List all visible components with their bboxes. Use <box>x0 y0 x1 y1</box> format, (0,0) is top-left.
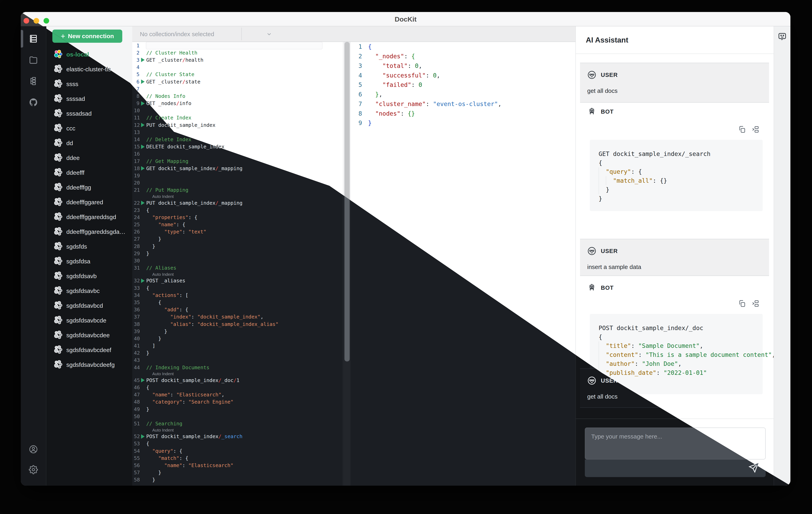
line-code: "total": 0, <box>368 62 422 69</box>
run-query-icon[interactable] <box>141 434 145 439</box>
connection-item[interactable]: sssadsad <box>46 106 132 121</box>
code-token: : [ <box>179 292 188 298</box>
assistant-chat-icon[interactable] <box>777 32 788 42</box>
editor-line: 53{ <box>132 440 343 447</box>
connection-item[interactable]: ssss <box>46 77 132 91</box>
line-number: 2 <box>354 53 362 60</box>
copy-icon[interactable] <box>738 125 746 134</box>
code-token: "index" <box>170 314 191 320</box>
code-token: : <box>182 229 188 235</box>
line-number: 25 <box>134 222 140 228</box>
connection-item[interactable]: sgdsfdsavbcdee <box>46 328 132 343</box>
run-query-icon[interactable] <box>141 58 145 62</box>
connection-item[interactable]: dd <box>46 136 132 151</box>
code-token: 1 <box>237 377 239 383</box>
auto-indent-hint[interactable]: Auto Indent <box>132 371 343 376</box>
line-number: 36 <box>134 307 140 312</box>
github-icon[interactable] <box>28 97 38 108</box>
code-token: : <box>631 342 638 349</box>
run-query-icon[interactable] <box>141 101 145 105</box>
line-number: 38 <box>134 321 140 327</box>
auto-indent-hint[interactable]: Auto Indent <box>132 427 343 433</box>
run-query-icon[interactable] <box>141 123 145 127</box>
new-connection-button[interactable]: + New connection <box>52 30 122 43</box>
code-token: : <box>404 53 411 60</box>
elastic-cluster-grey-icon <box>54 124 62 133</box>
connection-item[interactable]: ddeefffggared <box>46 195 132 210</box>
run-query-icon[interactable] <box>141 80 145 84</box>
connection-item[interactable]: sgdsfdsavbcdeef <box>46 343 132 358</box>
connection-item[interactable]: sgdsfdsavb <box>46 269 132 283</box>
insert-to-editor-icon[interactable] <box>751 125 759 134</box>
send-icon[interactable] <box>748 462 760 474</box>
code-token: // Get Mapping <box>146 158 188 164</box>
editor-line: 6GET _cluster/state <box>132 78 343 85</box>
line-code: GET _cluster/health <box>146 57 203 63</box>
copy-icon[interactable] <box>738 300 746 308</box>
line-number: 15 <box>134 144 140 150</box>
settings-icon[interactable] <box>28 464 38 475</box>
auto-indent-hint[interactable]: Auto Indent <box>132 194 343 199</box>
scrollbar-thumb[interactable] <box>345 42 350 361</box>
connection-name: sgdsfdsavbcdeef <box>66 347 111 354</box>
run-query-icon[interactable] <box>141 201 145 205</box>
structure-icon[interactable] <box>28 76 38 86</box>
code-token: : { <box>173 448 182 454</box>
connection-item[interactable]: ddee <box>46 151 132 165</box>
line-code: // Cluster State <box>146 71 195 77</box>
connection-item[interactable]: sgdsfdsavbcd <box>46 298 132 313</box>
connection-name: sgdsfdsavbcdeefg <box>66 361 115 368</box>
connection-item[interactable]: elastic-cluster-tls <box>46 62 132 77</box>
folder-icon[interactable] <box>28 55 38 65</box>
connection-name: os-local <box>66 51 89 58</box>
run-query-icon[interactable] <box>141 145 145 149</box>
run-query-icon[interactable] <box>141 278 145 283</box>
line-number: 54 <box>134 448 140 454</box>
editor-scrollbar[interactable] <box>344 42 350 486</box>
connection-item[interactable]: ddeefffggareddsgda… <box>46 224 132 239</box>
editor-group: No collection/index selected 12// Cluste… <box>132 26 575 486</box>
code-token: "query" <box>606 168 631 175</box>
chat-input[interactable] <box>585 427 766 459</box>
account-icon[interactable] <box>28 444 38 454</box>
code-token: : { <box>176 222 185 228</box>
auto-indent-hint[interactable]: Auto Indent <box>132 272 343 277</box>
code-line: } <box>599 377 757 386</box>
connection-item[interactable]: os-local <box>46 47 132 62</box>
connection-item[interactable]: sgdsfdsa <box>46 254 132 269</box>
insert-to-editor-icon[interactable] <box>751 300 759 308</box>
connection-item[interactable]: ddeefff <box>46 165 132 180</box>
line-code: GET _nodes/info <box>146 100 192 106</box>
editor-line: 11// Create Index <box>132 114 343 121</box>
code-line: "match_all": {} <box>599 176 757 185</box>
results-viewer[interactable]: 1{2"_nodes": {3"total": 0,4"successful":… <box>351 42 574 486</box>
code-token: / <box>215 200 219 206</box>
connection-item[interactable]: sgdsfds <box>46 239 132 254</box>
indent-guide <box>599 176 613 185</box>
chat-input-divider <box>576 419 774 419</box>
connection-item[interactable]: ddeefffggareddsgd <box>46 210 132 224</box>
connection-item[interactable]: sgdsfdsavbc <box>46 283 132 298</box>
line-code: } <box>146 236 161 242</box>
code-token: "text" <box>188 229 206 235</box>
connection-item[interactable]: sgdsfdsavbcdeefg <box>46 358 132 372</box>
code-token: // Create Index <box>146 115 192 121</box>
connection-name: ccc <box>66 125 75 132</box>
line-number: 50 <box>134 414 140 419</box>
line-code: "name": "Elasticsearch" <box>146 462 233 468</box>
collection-select[interactable]: No collection/index selected <box>140 26 272 42</box>
indent-guide <box>599 359 606 368</box>
connections-icon[interactable] <box>28 34 38 44</box>
elastic-cluster-grey-icon <box>54 168 62 178</box>
connection-item[interactable]: ddeefffgg <box>46 180 132 195</box>
code-token: : <box>426 100 433 108</box>
run-query-icon[interactable] <box>141 166 145 171</box>
connection-item[interactable]: ccc <box>46 121 132 136</box>
editor-line: 48"category": "Search Engine" <box>132 398 343 405</box>
message-text: insert a sample data <box>580 255 769 279</box>
line-number: 8 <box>134 93 140 99</box>
run-query-icon[interactable] <box>141 378 145 383</box>
connection-item[interactable]: sgdsfdsavbcde <box>46 313 132 328</box>
connection-item[interactable]: ssssad <box>46 91 132 106</box>
query-editor[interactable]: 12// Cluster Health3GET _cluster/health4… <box>132 42 343 486</box>
